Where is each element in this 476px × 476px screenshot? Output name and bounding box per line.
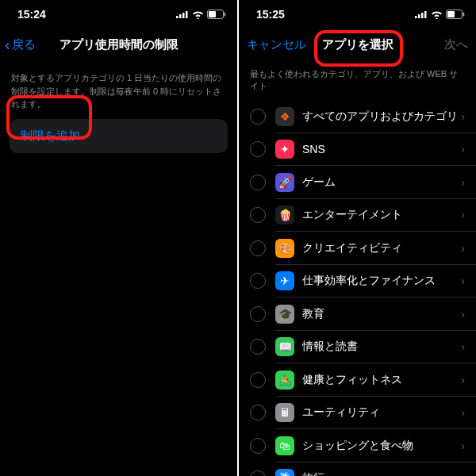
category-icon: 🎨 [275,239,294,258]
category-icon: 🏝 [275,469,294,476]
battery-icon [207,10,226,19]
nav-bar: ‹ 戻る アプリ使用時間の制限 [0,29,237,60]
chevron-right-icon: › [461,110,465,123]
chevron-right-icon: › [461,242,465,255]
svg-rect-3 [186,11,188,18]
svg-rect-0 [176,16,178,18]
category-row[interactable]: 🎓教育› [239,298,476,331]
category-label: 健康とフィットネス [302,373,461,387]
category-icon: ❖ [275,107,294,126]
category-icon: 📖 [275,337,294,356]
radio-unchecked-icon[interactable] [250,438,266,454]
signal-icon [176,10,189,18]
section-header: 最もよく使われるカテゴリ、アプリ、および WEB サイト [239,60,476,100]
battery-icon [446,10,465,19]
category-label: ゲーム [302,175,461,190]
status-bar: 15:24 [0,0,237,29]
back-button[interactable]: ‹ 戻る [5,36,36,54]
chevron-right-icon: › [461,340,465,353]
radio-unchecked-icon[interactable] [250,339,266,355]
svg-rect-6 [225,13,226,17]
chevron-right-icon: › [461,209,465,221]
screen-right-select-apps: 15:25 キャンセル アプリを選択 次へ 最もよく使われるカテゴリ、アプリ、お… [239,0,476,476]
svg-rect-7 [415,16,417,18]
svg-rect-1 [179,14,182,18]
radio-unchecked-icon[interactable] [250,141,266,157]
category-icon: 🚀 [275,173,294,192]
category-row[interactable]: 🖩ユーティリティ› [239,397,476,430]
category-row[interactable]: 🎨クリエイティビティ› [239,232,476,265]
svg-rect-8 [418,14,420,18]
radio-unchecked-icon[interactable] [250,372,266,388]
category-label: 教育 [302,307,461,321]
next-button[interactable]: 次へ [444,37,468,52]
category-row[interactable]: ✦SNS› [239,133,476,167]
cancel-label: キャンセル [247,37,306,52]
wifi-icon [431,10,443,19]
category-row[interactable]: 🛍ショッピングと食べ物› [239,429,476,463]
status-bar: 15:25 [239,0,476,29]
svg-rect-13 [463,13,465,17]
status-right [415,10,465,19]
category-list[interactable]: ❖すべてのアプリおよびカテゴリ›✦SNS›🚀ゲーム›🍿エンターテイメント›🎨クリ… [239,100,476,476]
category-icon: 🛍 [275,436,294,455]
status-right [176,10,226,19]
svg-rect-2 [182,13,185,18]
chevron-right-icon: › [461,374,465,386]
category-row[interactable]: ✈︎仕事効率化とファイナンス› [239,265,476,298]
category-row[interactable]: 🚀ゲーム› [239,166,476,199]
radio-unchecked-icon[interactable] [250,470,266,476]
screen-description: 対象とするアプリカテゴリの 1 日当たりの使用時間の制限を設定します。制限は毎夜… [0,60,237,119]
category-row[interactable]: 🍿エンターテイメント› [239,199,476,232]
radio-unchecked-icon[interactable] [250,306,266,322]
category-row[interactable]: ❖すべてのアプリおよびカテゴリ› [239,100,476,133]
page-title: アプリを選択 [322,37,393,52]
radio-unchecked-icon[interactable] [250,273,266,289]
svg-rect-12 [447,11,455,17]
screen-left-app-limits: 15:24 ‹ 戻る アプリ使用時間の制限 対象とするアプリカテゴリの 1 日当… [0,0,237,476]
svg-rect-5 [209,11,216,17]
nav-bar: キャンセル アプリを選択 次へ [239,29,476,60]
radio-unchecked-icon[interactable] [250,207,266,223]
back-label: 戻る [12,37,36,52]
category-icon: 🎓 [275,305,294,324]
signal-icon [415,10,428,18]
category-label: SNS [302,143,461,155]
category-icon: ✈︎ [275,271,294,290]
radio-unchecked-icon[interactable] [250,405,266,420]
chevron-right-icon: › [461,406,465,419]
wifi-icon [192,10,204,19]
svg-rect-10 [424,11,427,18]
chevron-right-icon: › [461,274,465,287]
radio-unchecked-icon[interactable] [250,175,266,190]
category-label: 仕事効率化とファイナンス [302,274,461,288]
category-label: 情報と読書 [302,340,461,354]
add-limit-button[interactable]: 制限を追加 [10,119,228,153]
clock: 15:25 [256,8,285,21]
radio-unchecked-icon[interactable] [250,240,266,256]
category-label: エンターテイメント [302,208,461,222]
category-icon: 🍿 [275,205,294,225]
category-label: クリエイティビティ [302,241,461,255]
chevron-right-icon: › [461,472,465,476]
cell-group: 制限を追加 [10,119,228,153]
category-icon: ✦ [275,140,294,159]
chevron-right-icon: › [461,176,465,189]
page-title: アプリ使用時間の制限 [60,37,178,52]
category-row[interactable]: 📖情報と読書› [239,331,476,364]
category-icon: 🖩 [275,403,294,422]
category-row[interactable]: 🏝旅行› [239,463,476,477]
category-label: 旅行 [302,471,461,476]
clock: 15:24 [17,8,46,21]
category-row[interactable]: 🚴健康とフィットネス› [239,363,476,397]
chevron-right-icon: › [461,440,465,452]
chevron-right-icon: › [461,308,465,321]
category-label: ユーティリティ [302,405,461,420]
category-label: すべてのアプリおよびカテゴリ [302,109,461,124]
cancel-button[interactable]: キャンセル [247,37,306,52]
chevron-right-icon: › [461,143,465,155]
chevron-left-icon: ‹ [5,36,10,54]
radio-unchecked-icon[interactable] [250,109,266,125]
category-label: ショッピングと食べ物 [302,439,461,453]
svg-rect-9 [421,13,424,18]
